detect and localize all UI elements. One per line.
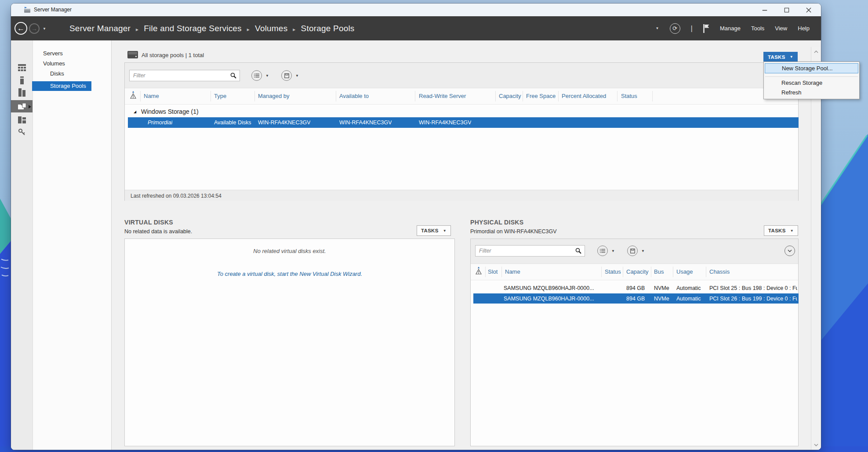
- menu-item-refresh[interactable]: Refresh: [765, 87, 858, 98]
- breadcrumb-separator: [247, 24, 250, 33]
- search-icon[interactable]: [230, 72, 236, 79]
- maximize-button[interactable]: [777, 4, 796, 16]
- refresh-icon[interactable]: ⟳: [670, 23, 680, 34]
- nav-item-storage-pools[interactable]: Storage Pools: [32, 81, 91, 91]
- local-server-icon[interactable]: [11, 76, 33, 84]
- expand-arrow-icon[interactable]: [29, 105, 31, 108]
- physical-disks-filter-input[interactable]: [475, 245, 585, 257]
- menu-tools[interactable]: Tools: [751, 25, 764, 32]
- column-header-type[interactable]: Type: [214, 93, 226, 99]
- disk-usage: Automatic: [676, 285, 701, 291]
- list-icon: [600, 249, 605, 253]
- column-header-chassis[interactable]: Chassis: [709, 268, 730, 275]
- caret-down-icon[interactable]: ▼: [611, 249, 615, 253]
- physical-disks-title: PHYSICAL DISKS: [470, 219, 523, 226]
- breadcrumb-server-manager[interactable]: Server Manager: [69, 24, 131, 33]
- refresh-dropdown-caret[interactable]: ▼: [656, 26, 659, 30]
- physical-disk-row-selected[interactable]: SAMSUNG MZQLB960HAJR-0000... 894 GB NVMe…: [473, 293, 799, 304]
- save-icon: [284, 73, 289, 78]
- new-virtual-disk-wizard-link[interactable]: To create a virtual disk, start the New …: [125, 271, 454, 277]
- back-button[interactable]: ←: [15, 22, 27, 35]
- caret-down-icon[interactable]: ▼: [265, 74, 269, 78]
- column-header-name[interactable]: Name: [505, 268, 520, 275]
- breadcrumb-separator: [136, 24, 138, 33]
- pools-group-row[interactable]: ◢ Windows Storage (1): [125, 107, 798, 116]
- column-header-status[interactable]: Status: [621, 93, 637, 99]
- close-button[interactable]: [799, 4, 818, 16]
- tasks-dropdown-menu: New Storage Pool... Rescan Storage Refre…: [763, 61, 860, 99]
- column-header-usage[interactable]: Usage: [676, 268, 693, 275]
- disk-name: SAMSUNG MZQLB960HAJR-0000...: [504, 296, 594, 302]
- disk-bus: NVMe: [654, 296, 669, 302]
- warning-sort-column[interactable]: ▲: [476, 266, 482, 275]
- menu-help[interactable]: Help: [798, 25, 810, 32]
- menu-item-new-storage-pool[interactable]: New Storage Pool...: [765, 63, 858, 73]
- column-header-status[interactable]: Status: [605, 268, 621, 275]
- storage-pool-icon: [127, 51, 138, 58]
- nav-item-servers[interactable]: Servers: [33, 49, 112, 58]
- save-query-button[interactable]: [281, 70, 292, 81]
- file-storage-services-icon[interactable]: [11, 100, 33, 112]
- pool-managed-by: WIN-RFA4KNEC3GV: [258, 119, 310, 126]
- forward-button[interactable]: →: [29, 23, 40, 34]
- warning-sort-column[interactable]: ▲: [130, 90, 136, 99]
- save-icon: [630, 249, 635, 253]
- history-dropdown-caret[interactable]: ▼: [43, 27, 46, 31]
- group-collapse-icon[interactable]: ◢: [134, 110, 136, 114]
- column-header-percent-allocated[interactable]: Percent Allocated: [562, 93, 606, 99]
- column-header-bus[interactable]: Bus: [654, 268, 664, 275]
- pool-row-primordial[interactable]: Primordial Available Disks WIN-RFA4KNEC3…: [128, 117, 799, 128]
- physical-disks-tasks-button[interactable]: TASKS▼: [764, 225, 798, 236]
- column-header-free-space[interactable]: Free Space: [526, 93, 556, 99]
- breadcrumb-storage-pools[interactable]: Storage Pools: [301, 24, 355, 33]
- column-header-available-to[interactable]: Available to: [339, 93, 369, 99]
- pools-filter-input[interactable]: [129, 70, 240, 81]
- caret-down-icon[interactable]: ▼: [641, 249, 645, 253]
- menu-item-rescan-storage[interactable]: Rescan Storage: [765, 78, 858, 88]
- scroll-down-icon[interactable]: [811, 441, 821, 449]
- nav-panel: Servers Volumes Disks Storage Pools: [33, 40, 112, 450]
- pools-table-header: ▲ Name Type Managed by Available to Read…: [125, 88, 798, 105]
- dashboard-icon[interactable]: [11, 64, 33, 71]
- nav-item-disks[interactable]: Disks: [33, 69, 112, 79]
- filter-options-button[interactable]: [597, 246, 608, 256]
- disk-usage: Automatic: [676, 296, 701, 302]
- services-group-icon[interactable]: [11, 116, 33, 123]
- column-header-capacity[interactable]: Capacity: [499, 93, 521, 99]
- warning-triangle-icon: [130, 93, 136, 99]
- chevron-down-icon: [788, 250, 792, 252]
- column-header-name[interactable]: Name: [144, 93, 159, 99]
- access-key-icon[interactable]: [11, 128, 33, 136]
- all-servers-icon[interactable]: [11, 88, 33, 97]
- collapse-panel-button[interactable]: [784, 246, 795, 256]
- virtual-disks-pane: No related virtual disks exist. To creat…: [124, 239, 455, 446]
- pools-tasks-button[interactable]: TASKS▼: [763, 52, 798, 62]
- caret-down-icon[interactable]: ▼: [295, 74, 299, 78]
- disk-name: SAMSUNG MZQLB960HAJR-0000...: [504, 285, 594, 291]
- minimize-button[interactable]: [755, 4, 774, 16]
- notifications-flag-icon[interactable]: [703, 24, 709, 33]
- filter-options-button[interactable]: [251, 70, 262, 81]
- save-query-button[interactable]: [627, 246, 638, 256]
- menu-manage[interactable]: Manage: [720, 25, 741, 32]
- column-header-managed-by[interactable]: Managed by: [258, 93, 290, 99]
- breadcrumb-volumes[interactable]: Volumes: [255, 24, 287, 33]
- pool-read-write-server: WIN-RFA4KNEC3GV: [419, 119, 471, 126]
- group-label: Windows Storage (1): [141, 108, 199, 115]
- vertical-scrollbar[interactable]: [811, 47, 821, 450]
- physical-disk-row[interactable]: SAMSUNG MZQLB960HAJR-0000... 894 GB NVMe…: [473, 283, 799, 293]
- breadcrumb: Server Manager File and Storage Services…: [69, 16, 355, 40]
- nav-item-volumes[interactable]: Volumes: [33, 59, 112, 69]
- column-header-read-write-server[interactable]: Read-Write Server: [419, 93, 466, 99]
- column-header-slot[interactable]: Slot: [488, 268, 498, 275]
- column-header-capacity[interactable]: Capacity: [626, 268, 649, 275]
- search-icon[interactable]: [575, 248, 581, 254]
- breadcrumb-file-storage-services[interactable]: File and Storage Services: [144, 24, 242, 33]
- pool-name: Primordial: [148, 119, 172, 126]
- virtual-disks-tasks-button[interactable]: TASKS▼: [417, 225, 451, 236]
- storage-pools-pane: ▼ ▼ ▲ Name Type Managed by: [124, 62, 799, 201]
- scroll-up-icon[interactable]: [811, 48, 821, 56]
- disk-chassis: PCI Slot 26 : Bus 199 : Device 0 : Fu: [709, 296, 797, 302]
- menu-view[interactable]: View: [775, 25, 787, 32]
- window-title: Server Manager: [34, 7, 72, 13]
